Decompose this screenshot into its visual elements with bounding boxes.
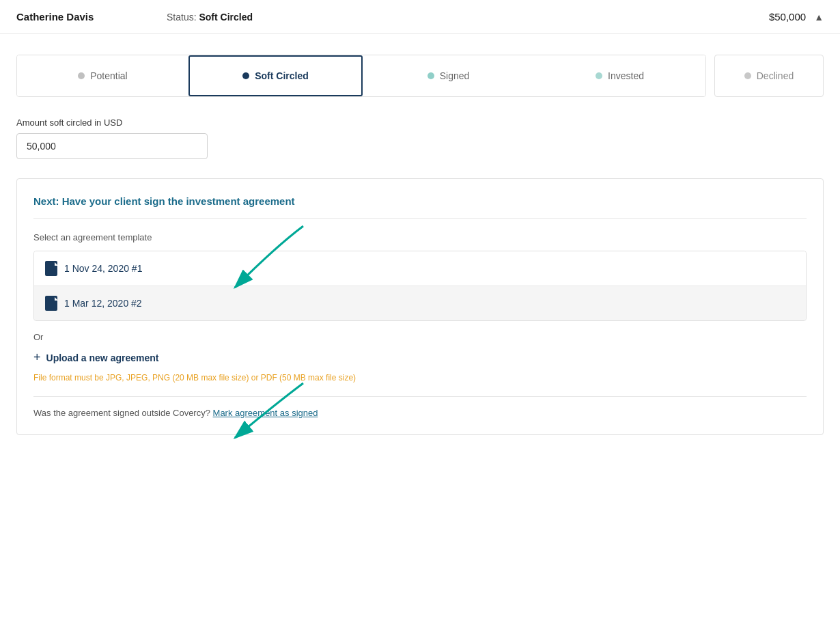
amount-label: Amount soft circled in USD [16, 117, 824, 128]
status-bar: Potential Soft Circled Signed Invested [16, 55, 706, 97]
agreement-divider [33, 396, 807, 397]
select-template-label: Select an agreement template [33, 232, 807, 242]
amount-section: Amount soft circled in USD [16, 117, 824, 159]
header-status: Status: Soft Circled [167, 12, 253, 23]
investor-name: Catherine Davis [16, 11, 126, 23]
status-value-text: Soft Circled [199, 12, 253, 23]
doc-icon-2 [45, 296, 57, 311]
template-1-label: 1 Nov 24, 2020 #1 [64, 263, 142, 274]
main-content: Potential Soft Circled Signed Invested [0, 34, 840, 456]
template-2-label: 1 Mar 12, 2020 #2 [64, 298, 142, 309]
plus-icon: + [33, 350, 41, 365]
upload-label: Upload a new agreement [46, 352, 159, 363]
upload-agreement-button[interactable]: + Upload a new agreement [33, 350, 807, 365]
status-item-soft-circled[interactable]: Soft Circled [188, 55, 363, 96]
or-divider: Or [33, 332, 807, 342]
outside-agreement-text: Was the agreement signed outside Covercy… [33, 408, 807, 418]
status-bar-container: Potential Soft Circled Signed Invested [16, 55, 824, 97]
signed-label: Signed [440, 70, 470, 81]
declined-label: Declined [757, 70, 794, 81]
template-item-2[interactable]: 1 Mar 12, 2020 #2 [34, 286, 806, 320]
potential-dot-icon [78, 72, 85, 79]
status-item-signed[interactable]: Signed [363, 55, 534, 96]
status-item-potential[interactable]: Potential [17, 55, 188, 96]
template-item-1[interactable]: 1 Nov 24, 2020 #1 [34, 251, 806, 286]
next-section: Next: Have your client sign the investme… [16, 178, 824, 435]
signed-dot-icon [428, 72, 434, 79]
amount-input[interactable] [16, 133, 208, 159]
investor-header: Catherine Davis Status: Soft Circled $50… [0, 0, 840, 34]
next-section-title: Next: Have your client sign the investme… [33, 195, 807, 219]
template-list: 1 Nov 24, 2020 #1 1 Mar 12, 2020 #2 [33, 251, 807, 321]
invested-label: Invested [608, 70, 644, 81]
header-amount: $50,000 [769, 11, 806, 23]
doc-icon-1 [45, 261, 57, 276]
invested-dot-icon [596, 72, 602, 79]
soft-circled-label: Soft Circled [255, 70, 309, 81]
status-label-text: Status: [167, 12, 197, 23]
potential-label: Potential [90, 70, 127, 81]
collapse-chevron-icon[interactable]: ▲ [814, 12, 824, 23]
mark-signed-link[interactable]: Mark agreement as signed [213, 408, 318, 418]
file-format-note: File format must be JPG, JPEG, PNG (20 M… [33, 373, 807, 382]
soft-circled-dot-icon [242, 72, 249, 79]
next-section-wrapper: Next: Have your client sign the investme… [16, 178, 824, 435]
status-item-declined[interactable]: Declined [714, 55, 824, 97]
outside-text: Was the agreement signed outside Covercy… [33, 408, 210, 418]
status-item-invested[interactable]: Invested [534, 55, 705, 96]
declined-dot-icon [744, 72, 751, 79]
